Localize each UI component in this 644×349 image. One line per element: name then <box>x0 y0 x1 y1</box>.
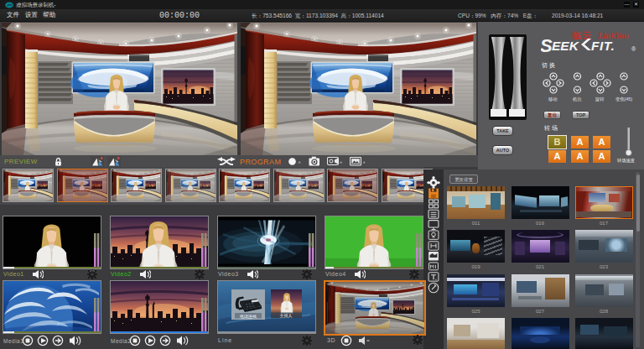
svg-text:电话连线: 电话连线 <box>240 314 257 319</box>
svg-text:S: S <box>541 37 553 54</box>
svg-text:®: ® <box>631 46 636 52</box>
svg-text:FIT.: FIT. <box>591 39 615 53</box>
svg-text:主持人: 主持人 <box>280 313 293 319</box>
svg-text:EEK: EEK <box>552 39 580 53</box>
